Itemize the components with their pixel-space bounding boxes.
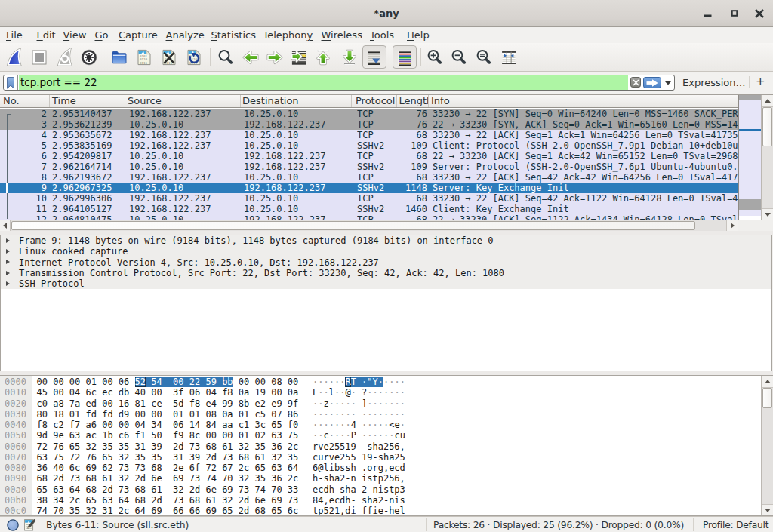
menu-item-file[interactable]: File [6,29,23,42]
packet-row-4[interactable]: 42.953635672192.168.122.23710.25.0.10TCP… [0,130,738,140]
toolbar-file-open-button[interactable] [107,45,131,69]
hex-ascii[interactable]: ecdh-sha 2-nistp3 [313,484,405,495]
packet-row-3[interactable]: 32.95362123910.25.0.10192.168.122.237TCP… [0,119,738,130]
filter-apply-button[interactable] [643,77,661,88]
expander-triangle-icon[interactable] [6,271,10,275]
toolbar-capture-options-button[interactable] [77,45,101,69]
packet-row-7[interactable]: 72.96216471410.25.0.10192.168.122.237SSH… [0,161,738,172]
hex-ascii[interactable]: h-sha2-n istp256, [313,473,405,484]
expander-triangle-icon[interactable] [6,238,10,243]
hex-bytes[interactable]: 68 2d 73 68 61 32 2d 6e 69 73 74 70 32 3… [37,473,299,484]
toolbar-go-to-packet-button[interactable] [287,45,311,69]
toolbar-colorize-button[interactable] [393,45,417,69]
hex-bytes[interactable]: 00 00 00 01 00 06 52 54 00 22 59 bb 00 0… [37,377,299,387]
hex-ascii[interactable]: tp521,di ffie-hel [313,506,405,516]
close-button[interactable] [747,2,771,26]
toolbar-resize-columns-button[interactable] [497,45,521,69]
hex-ascii[interactable]: ··z····· ]······· [313,398,405,409]
hex-ascii[interactable]: E··l··@· ?······· [313,387,405,398]
scroll-up-button[interactable] [762,376,773,388]
column-header-no[interactable]: No. [0,95,50,107]
minimize-button[interactable] [695,2,719,26]
column-header-info[interactable]: Info [429,95,738,107]
hex-row-0040[interactable]: 0040f8 c2 f7 a6 00 00 04 34 06 14 84 aa … [0,420,760,430]
toolbar-file-reload-button[interactable]: 010101100111 [182,45,206,69]
status-profile[interactable]: Profile: Default [703,520,768,530]
hex-row-0020[interactable]: 0020c0 a8 7a ed 00 16 81 ce 5d f8 e4 99 … [0,398,760,409]
hex-row-0000[interactable]: 000000 00 00 01 00 06 52 54 00 22 59 bb … [0,377,760,387]
hex-row-0070[interactable]: 007063 75 72 76 65 32 35 35 31 39 2d 73 … [0,452,760,463]
hex-row-0080[interactable]: 008036 40 6c 69 62 73 73 68 2e 6f 72 67 … [0,463,760,473]
hex-row-00b0[interactable]: 00b038 34 2c 65 63 64 68 2d 73 68 61 32 … [0,495,760,506]
filter-bookmark-button[interactable] [4,75,18,90]
detail-row-2[interactable]: Internet Protocol Version 4, Src: 10.25.… [1,257,771,268]
maximize-button[interactable] [722,2,747,26]
column-header-destination[interactable]: Destination [241,95,352,107]
menu-item-edit[interactable]: Edit [37,29,56,42]
toolbar-file-save-button[interactable]: 010101100111 [132,45,156,69]
hex-bytes[interactable]: 72 76 65 32 35 35 31 39 2d 73 68 61 32 3… [37,441,299,452]
scrollbar-thumb[interactable] [762,107,772,146]
toolbar-auto-scroll-button[interactable] [362,45,386,69]
toolbar-go-forward-button[interactable] [263,45,287,69]
packet-list-horizontal-scrollbar[interactable] [0,220,738,231]
menu-item-view[interactable]: View [63,29,87,42]
toolbar-go-back-button[interactable] [239,45,263,69]
hex-row-00c0[interactable]: 00c074 70 35 32 31 2c 64 69 66 66 69 65 … [0,506,760,516]
hex-bytes[interactable]: 74 70 35 32 31 2c 64 69 66 66 69 65 2d 6… [37,506,299,516]
packet-row-5[interactable]: 52.953835169192.168.122.23710.25.0.10SSH… [0,140,738,151]
detail-row-1[interactable]: Linux cooked capture [1,246,771,257]
expander-triangle-icon[interactable] [6,249,10,254]
menu-item-wireless[interactable]: Wireless [322,29,362,42]
scroll-up-button[interactable] [762,95,773,107]
packet-row-9[interactable]: 92.96296732510.25.0.10192.168.122.237SSH… [0,183,738,193]
toolbar-zoom-out-button[interactable] [447,45,471,69]
capture-comment-button[interactable] [24,518,36,531]
intelligent-scrollbar-minimap[interactable] [738,95,761,220]
column-header-source[interactable]: Source [125,95,241,107]
hex-ascii[interactable]: ······RT ·"Y····· [313,377,405,387]
scroll-down-button[interactable] [762,504,773,515]
toolbar-zoom-in-button[interactable] [423,45,447,69]
hex-bytes[interactable]: 63 75 72 76 65 32 35 35 31 39 2d 73 68 6… [37,452,299,463]
hex-bytes[interactable]: c0 a8 7a ed 00 16 81 ce 5d f8 e4 99 8b e… [37,398,299,409]
toolbar-file-close-button[interactable]: 010101100111 [157,45,181,69]
menu-item-analyze[interactable]: Analyze [166,29,205,42]
detail-row-4[interactable]: SSH Protocol [1,278,771,289]
hex-bytes[interactable]: f8 c2 f7 a6 00 00 04 34 06 14 84 aa c1 3… [37,420,299,430]
expression-button[interactable]: Expression… [682,77,746,88]
toolbar-find-packet-button[interactable] [214,45,238,69]
menu-item-help[interactable]: Help [407,29,430,42]
toolbar-capture-restart-button[interactable] [52,45,76,69]
hex-row-0090[interactable]: 009068 2d 73 68 61 32 2d 6e 69 73 74 70 … [0,473,760,484]
hex-ascii[interactable]: ········ ········ [313,409,405,420]
packet-row-6[interactable]: 62.95420981710.25.0.10192.168.122.237TCP… [0,151,738,161]
hex-bytes[interactable]: 65 63 64 68 2d 73 68 61 32 2d 6e 69 73 7… [37,484,299,495]
hex-ascii[interactable]: ·······4 ·····<e· [313,420,405,430]
add-filter-button[interactable]: + [756,75,765,88]
hex-ascii[interactable]: 6@libssh .org,ecd [313,463,405,473]
detail-row-3[interactable]: Transmission Control Protocol, Src Port:… [1,268,771,278]
packet-row-12[interactable]: 122.96481047510.25.0.10192.168.122.237TC… [0,214,738,220]
column-header-length[interactable]: Length [397,95,429,107]
menu-item-capture[interactable]: Capture [119,29,158,42]
bytes-vertical-scrollbar[interactable] [761,376,773,515]
toolbar-capture-start-button[interactable] [2,45,26,69]
expander-triangle-icon[interactable] [6,281,10,286]
hex-row-0050[interactable]: 00509d 9e 63 ac 1b c6 f1 50 f9 8c 00 00 … [0,430,760,441]
menu-item-tools[interactable]: Tools [370,29,394,42]
scrollbar-thumb[interactable] [762,388,772,408]
hex-row-0010[interactable]: 001045 00 04 6c ec db 40 00 3f 06 04 f8 … [0,387,760,398]
menu-item-telephony[interactable]: Telephony [263,29,313,42]
column-header-protocol[interactable]: Protocol [352,95,397,107]
expander-triangle-icon[interactable] [6,260,10,264]
packet-row-10[interactable]: 102.962996306192.168.122.23710.25.0.10TC… [0,193,738,204]
hex-ascii[interactable]: 84,ecdh- sha2-nis [313,495,405,506]
packet-list-vertical-scrollbar[interactable] [761,95,773,220]
filter-clear-button[interactable] [630,77,641,88]
detail-row-0[interactable]: Frame 9: 1148 bytes on wire (9184 bits),… [1,235,771,246]
toolbar-go-first-button[interactable] [311,45,335,69]
filter-text-area[interactable]: tcp.port == 22 [19,75,628,90]
hex-bytes[interactable]: 9d 9e 63 ac 1b c6 f1 50 f9 8c 00 00 01 0… [37,430,299,441]
scroll-right-button[interactable] [726,220,738,231]
